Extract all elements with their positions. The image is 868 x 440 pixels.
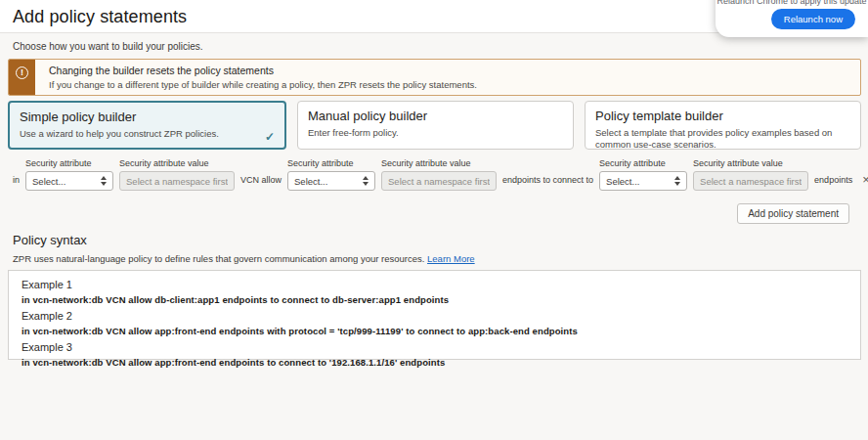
example-label: Example 1 xyxy=(22,279,847,290)
example-statement: in vcn-network:db VCN allow db-client:ap… xyxy=(22,294,847,305)
learn-more-link[interactable]: Learn More xyxy=(427,253,475,264)
add-statement-row: Add policy statement xyxy=(8,203,849,224)
card-description: Enter free-form policy. xyxy=(308,127,563,139)
warning-banner-title: Changing the builder resets the policy s… xyxy=(49,65,477,76)
builder-card-list: Simple policy builder Use a wizard to he… xyxy=(8,101,861,150)
security-attribute-label: Security attribute xyxy=(287,158,375,168)
select-updown-icon xyxy=(101,176,107,186)
security-attribute-value-input-1[interactable] xyxy=(119,171,235,191)
example-statement: in vcn-network:db VCN allow app:front-en… xyxy=(22,357,847,368)
card-policy-template-builder[interactable]: Policy template builder Select a templat… xyxy=(585,101,861,150)
warning-banner-body: Changing the builder resets the policy s… xyxy=(35,60,487,95)
warning-banner-accent: ! xyxy=(9,60,35,95)
card-description: Select a template that provides policy e… xyxy=(595,127,850,151)
card-manual-policy-builder[interactable]: Manual policy builder Enter free-form po… xyxy=(297,101,574,150)
security-attribute-value-input-3[interactable] xyxy=(693,171,808,191)
security-attribute-value-field-1: Security attribute value xyxy=(119,158,235,191)
example-label: Example 2 xyxy=(22,310,847,322)
security-attribute-field-1: Security attribute Select... xyxy=(25,158,113,191)
example-label: Example 3 xyxy=(22,341,847,353)
security-attribute-select-2[interactable]: Select... xyxy=(287,171,375,191)
security-attribute-value-label: Security attribute value xyxy=(693,158,808,168)
security-attribute-field-2: Security attribute Select... xyxy=(287,158,375,191)
card-title: Manual policy builder xyxy=(308,109,563,123)
example-statement: in vcn-network:db VCN allow app:front-en… xyxy=(22,326,847,336)
selected-check-icon: ✓ xyxy=(265,130,275,144)
security-attribute-select-3[interactable]: Select... xyxy=(599,171,687,191)
statement-connector-text: VCN allow xyxy=(240,175,282,191)
policy-syntax-heading: Policy syntax xyxy=(13,233,861,247)
warning-banner: ! Changing the builder resets the policy… xyxy=(8,59,861,96)
warning-banner-description: If you change to a different type of bui… xyxy=(49,79,477,90)
chrome-update-message: Relaunch Chrome to apply this update xyxy=(716,0,868,6)
alert-circle-icon: ! xyxy=(16,66,28,79)
security-attribute-value-field-2: Security attribute value xyxy=(381,158,497,191)
security-attribute-select-1[interactable]: Select... xyxy=(25,171,113,191)
card-title: Policy template builder xyxy=(595,109,850,123)
policy-syntax-description: ZPR uses natural-language policy to defi… xyxy=(13,253,861,264)
select-updown-icon xyxy=(363,176,369,186)
card-description: Use a wizard to help you construct ZPR p… xyxy=(20,128,275,140)
card-simple-policy-builder[interactable]: Simple policy builder Use a wizard to he… xyxy=(8,101,286,150)
remove-statement-icon[interactable]: × xyxy=(858,173,868,191)
security-attribute-value-label: Security attribute value xyxy=(119,158,235,168)
relaunch-now-button[interactable]: Relaunch now xyxy=(771,9,855,29)
card-title: Simple policy builder xyxy=(20,110,275,124)
policy-examples-box: Example 1 in vcn-network:db VCN allow db… xyxy=(8,270,861,360)
builder-choice-subtitle: Choose how you want to build your polici… xyxy=(13,41,861,52)
content-area: Choose how you want to build your polici… xyxy=(0,33,868,440)
security-attribute-value-input-2[interactable] xyxy=(381,171,497,191)
security-attribute-value-label: Security attribute value xyxy=(381,158,497,168)
security-attribute-label: Security attribute xyxy=(599,158,687,168)
statement-connector-text: endpoints to connect to xyxy=(502,175,593,191)
policy-statement-row: in Security attribute Select... Security… xyxy=(13,158,861,191)
statement-prefix-text: in xyxy=(13,175,20,191)
security-attribute-field-3: Security attribute Select... xyxy=(599,158,687,191)
security-attribute-value-field-3: Security attribute value xyxy=(693,158,808,191)
add-policy-statement-button[interactable]: Add policy statement xyxy=(737,203,849,224)
statement-suffix-text: endpoints xyxy=(814,175,852,191)
select-updown-icon xyxy=(674,176,680,186)
security-attribute-label: Security attribute xyxy=(25,158,113,168)
chrome-update-notification: Relaunch Chrome to apply this update Rel… xyxy=(716,0,868,37)
